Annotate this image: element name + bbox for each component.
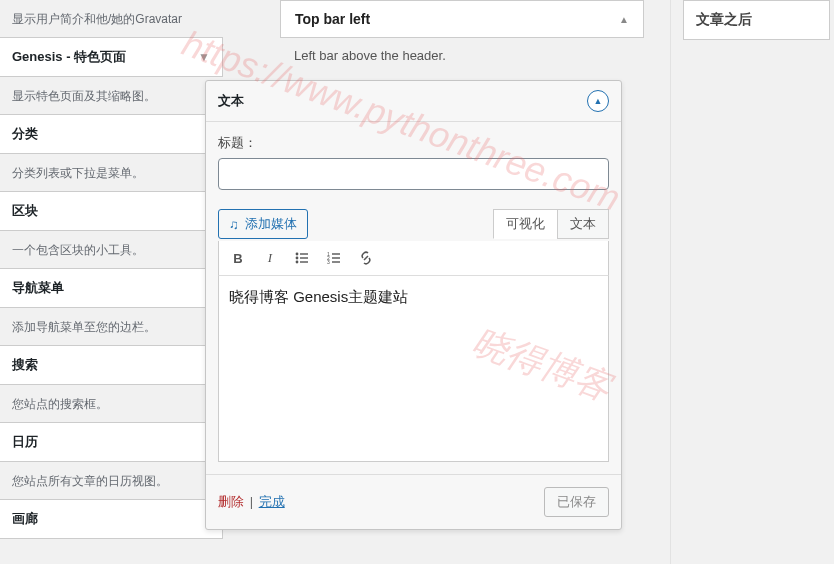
widget-categories[interactable]: 分类 [0,114,223,154]
bullet-list-button[interactable] [291,247,313,269]
available-widgets: 显示用户简介和他/她的Gravatar Genesis - 特色页面 ▼ 显示特… [0,0,223,564]
widget-title: 画廊 [12,510,38,528]
editor-header[interactable]: 文本 ▲ [206,81,621,122]
widget-genesis-featured[interactable]: Genesis - 特色页面 ▼ [0,37,223,77]
widget-desc: 分类列表或下拉是菜单。 [0,154,223,192]
widget-desc: 显示特色页面及其缩略图。 [0,77,223,115]
widget-search[interactable]: 搜索 [0,345,223,385]
widget-desc: 您站点所有文章的日历视图。 [0,462,223,500]
media-icon: ♫ [229,217,239,232]
link-button[interactable] [355,247,377,269]
content-editor[interactable]: 晓得博客 Genesis主题建站 [218,276,609,462]
widget-nav-menu[interactable]: 导航菜单 [0,268,223,308]
widget-area-description: Left bar above the header. [280,38,644,79]
svg-rect-7 [332,253,340,254]
svg-point-2 [296,257,299,260]
chevron-up-icon: ▲ [619,14,629,25]
delete-link[interactable]: 删除 [218,494,244,509]
title-label: 标题： [218,134,609,152]
collapse-button[interactable]: ▲ [587,90,609,112]
widget-title: Genesis - 特色页面 [12,48,126,66]
widget-title: 搜索 [12,356,38,374]
svg-rect-9 [332,257,340,258]
tab-text[interactable]: 文本 [557,209,609,239]
widget-block[interactable]: 区块 [0,191,223,231]
widget-area-title: Top bar left [295,11,370,27]
svg-rect-5 [300,261,308,262]
editor-footer: 删除 | 完成 已保存 [206,474,621,529]
after-post-title: 文章之后 [696,11,752,27]
widget-calendar[interactable]: 日历 [0,422,223,462]
numbered-list-button[interactable]: 123 [323,247,345,269]
editor-toolbar: B I 123 [218,241,609,276]
editor-body: 标题： ♫ 添加媒体 可视化 文本 B I 123 晓得 [206,122,621,474]
widget-area-section: Top bar left ▲ Left bar above the header… [280,0,644,79]
svg-rect-3 [300,257,308,258]
editor-title: 文本 [218,92,244,110]
widget-desc: 您站点的搜索框。 [0,385,223,423]
widget-desc: 一个包含区块的小工具。 [0,231,223,269]
title-input[interactable] [218,158,609,190]
widget-gallery[interactable]: 画廊 [0,499,223,539]
widget-title: 区块 [12,202,38,220]
after-post-area-header[interactable]: 文章之后 [683,0,830,40]
add-media-label: 添加媒体 [245,215,297,233]
svg-text:3: 3 [327,259,330,265]
svg-rect-11 [332,261,340,262]
italic-button[interactable]: I [259,247,281,269]
svg-point-0 [296,253,299,256]
widget-title: 分类 [12,125,38,143]
widget-desc: 添加导航菜单至您的边栏。 [0,308,223,346]
done-link[interactable]: 完成 [259,494,285,509]
text-widget-editor: 文本 ▲ 标题： ♫ 添加媒体 可视化 文本 B I 123 [205,80,622,530]
bold-button[interactable]: B [227,247,249,269]
separator: | [248,494,255,509]
editor-tabs: 可视化 文本 [494,208,609,239]
saved-button: 已保存 [544,487,609,517]
widget-area-header[interactable]: Top bar left ▲ [280,0,644,38]
svg-point-4 [296,261,299,264]
widget-title: 日历 [12,433,38,451]
svg-rect-1 [300,253,308,254]
right-rail: 文章之后 [670,0,834,564]
widget-title: 导航菜单 [12,279,64,297]
add-media-button[interactable]: ♫ 添加媒体 [218,209,308,239]
tab-visual[interactable]: 可视化 [493,209,558,239]
chevron-down-icon: ▼ [198,50,210,64]
widget-desc: 显示用户简介和他/她的Gravatar [0,0,223,38]
